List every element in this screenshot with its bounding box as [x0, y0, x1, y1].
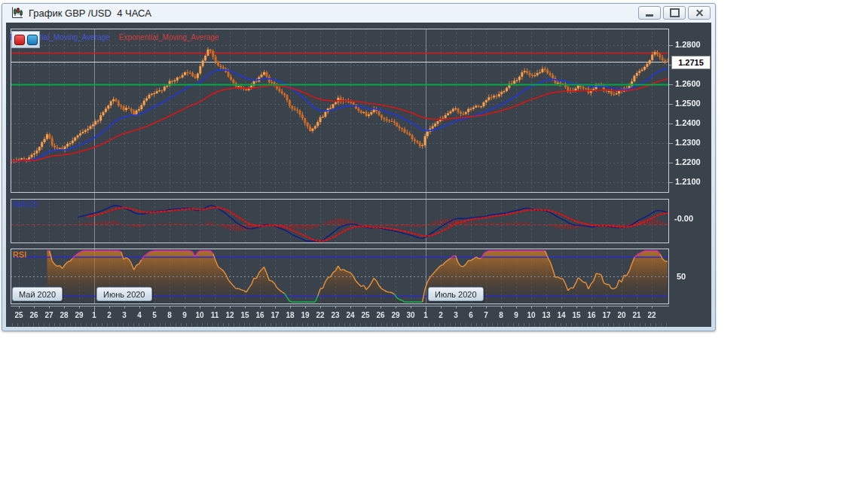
titlebar: График GBP /USD 4 ЧАСА — [2, 4, 715, 22]
y-axis-label: 1.2200 — [675, 157, 711, 168]
month-label-july: Июль 2020 — [428, 287, 484, 301]
candlestick-chart-icon — [11, 7, 23, 19]
month-label-may: Май 2020 — [12, 287, 63, 301]
minimize-button[interactable] — [638, 6, 661, 20]
current-price-badge: 1.2715 — [671, 56, 711, 69]
y-axis-label: 1.2500 — [675, 99, 711, 109]
y-axis-label: 1.2300 — [675, 138, 711, 148]
y-axis-label: 1.2400 — [675, 118, 711, 129]
chart-window: График GBP /USD 4 ЧАСА Exponential_Movin… — [2, 3, 716, 331]
x-axis-label: 22 — [642, 311, 662, 319]
chart-client-area: Exponential_Moving_Average Exponential_M… — [6, 23, 711, 327]
restore-button[interactable] — [663, 6, 686, 20]
window-controls — [638, 6, 711, 20]
red-square-button[interactable] — [14, 35, 25, 45]
y-axis-label: 1.2600 — [675, 79, 711, 90]
blue-square-button[interactable] — [27, 35, 38, 45]
restore-icon — [670, 8, 680, 17]
macd-indicator-label: MACD — [13, 200, 38, 209]
ema-slow-legend-label: Exponential_Moving_Average — [119, 33, 219, 41]
y-axis-label: 1.2100 — [675, 177, 711, 188]
close-icon — [695, 9, 704, 17]
indicator-buttons-chip — [11, 31, 40, 48]
rsi-axis-label: 50 — [677, 272, 686, 281]
close-button[interactable] — [688, 6, 711, 20]
minimize-icon — [646, 14, 653, 17]
macd-axis-label: -0.00 — [674, 214, 693, 223]
y-axis-label: 1.2800 — [675, 40, 711, 50]
chart-canvas — [6, 23, 711, 327]
rsi-indicator-label: RSI — [13, 250, 26, 259]
month-label-june: Июнь 2020 — [96, 287, 152, 301]
window-title: График GBP /USD 4 ЧАСА — [29, 8, 151, 19]
